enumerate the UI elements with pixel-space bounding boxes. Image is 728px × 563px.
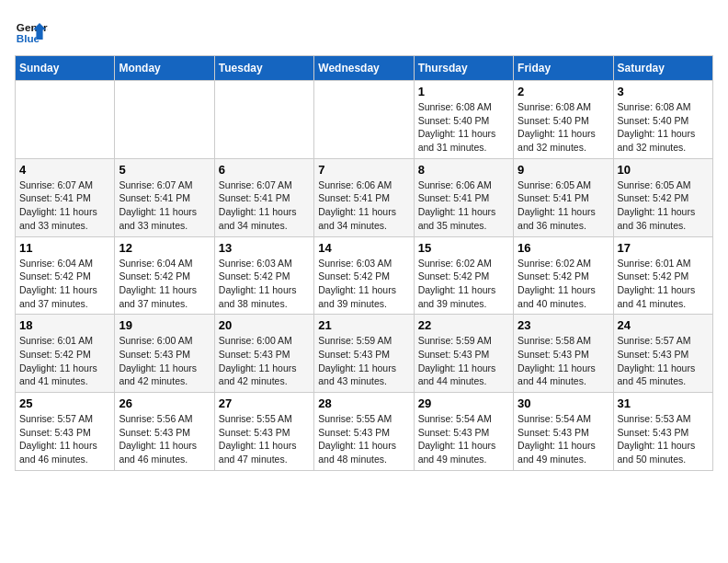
- calendar-cell: 12Sunrise: 6:04 AM Sunset: 5:42 PM Dayli…: [115, 236, 214, 315]
- calendar-cell: 10Sunrise: 6:05 AM Sunset: 5:42 PM Dayli…: [613, 158, 712, 236]
- day-number: 31: [618, 396, 709, 410]
- day-number: 15: [418, 241, 509, 255]
- logo-icon: General Blue: [15, 15, 48, 48]
- day-info: Sunrise: 6:08 AM Sunset: 5:40 PM Dayligh…: [418, 100, 509, 155]
- day-number: 8: [418, 163, 509, 177]
- day-info: Sunrise: 6:03 AM Sunset: 5:42 PM Dayligh…: [318, 257, 409, 311]
- day-number: 30: [518, 396, 609, 410]
- day-info: Sunrise: 5:57 AM Sunset: 5:43 PM Dayligh…: [618, 334, 709, 388]
- calendar-cell: [214, 81, 313, 159]
- calendar-cell: 31Sunrise: 5:53 AM Sunset: 5:43 PM Dayli…: [613, 393, 712, 471]
- calendar-cell: 29Sunrise: 5:54 AM Sunset: 5:43 PM Dayli…: [414, 393, 513, 471]
- day-number: 6: [219, 163, 310, 177]
- day-number: 10: [618, 163, 709, 177]
- calendar-cell: 2Sunrise: 6:08 AM Sunset: 5:40 PM Daylig…: [514, 81, 613, 159]
- calendar-table: SundayMondayTuesdayWednesdayThursdayFrid…: [15, 55, 713, 471]
- day-number: 3: [618, 85, 709, 98]
- calendar-cell: 9Sunrise: 6:05 AM Sunset: 5:41 PM Daylig…: [514, 158, 613, 236]
- day-number: 11: [19, 241, 110, 255]
- day-number: 24: [618, 318, 709, 332]
- day-info: Sunrise: 5:56 AM Sunset: 5:43 PM Dayligh…: [119, 412, 210, 466]
- day-number: 7: [318, 163, 409, 177]
- day-info: Sunrise: 6:06 AM Sunset: 5:41 PM Dayligh…: [318, 178, 409, 233]
- calendar-cell: [115, 81, 214, 159]
- day-info: Sunrise: 6:07 AM Sunset: 5:41 PM Dayligh…: [119, 178, 210, 233]
- day-of-week-header: Monday: [115, 56, 214, 81]
- day-info: Sunrise: 6:04 AM Sunset: 5:42 PM Dayligh…: [119, 257, 210, 311]
- day-info: Sunrise: 6:07 AM Sunset: 5:41 PM Dayligh…: [19, 178, 110, 233]
- day-number: 16: [518, 241, 609, 255]
- calendar-cell: 23Sunrise: 5:58 AM Sunset: 5:43 PM Dayli…: [514, 315, 613, 393]
- day-number: 14: [318, 241, 409, 255]
- calendar-cell: 24Sunrise: 5:57 AM Sunset: 5:43 PM Dayli…: [613, 315, 712, 393]
- day-info: Sunrise: 6:07 AM Sunset: 5:41 PM Dayligh…: [219, 178, 310, 233]
- calendar-cell: 17Sunrise: 6:01 AM Sunset: 5:42 PM Dayli…: [613, 236, 712, 315]
- day-number: 17: [618, 241, 709, 255]
- day-number: 4: [19, 163, 110, 177]
- calendar-cell: 13Sunrise: 6:03 AM Sunset: 5:42 PM Dayli…: [214, 236, 313, 315]
- calendar-cell: 14Sunrise: 6:03 AM Sunset: 5:42 PM Dayli…: [314, 236, 414, 315]
- day-of-week-header: Friday: [514, 56, 613, 81]
- day-info: Sunrise: 6:03 AM Sunset: 5:42 PM Dayligh…: [219, 257, 310, 311]
- day-number: 20: [219, 318, 310, 332]
- day-info: Sunrise: 6:01 AM Sunset: 5:42 PM Dayligh…: [618, 257, 709, 311]
- day-number: 9: [518, 163, 609, 177]
- calendar-cell: 21Sunrise: 5:59 AM Sunset: 5:43 PM Dayli…: [314, 315, 414, 393]
- calendar-cell: 20Sunrise: 6:00 AM Sunset: 5:43 PM Dayli…: [214, 315, 313, 393]
- day-number: 12: [119, 241, 210, 255]
- day-of-week-header: Sunday: [16, 56, 115, 81]
- day-number: 27: [219, 396, 310, 410]
- day-info: Sunrise: 6:05 AM Sunset: 5:42 PM Dayligh…: [618, 178, 709, 233]
- calendar-cell: 4Sunrise: 6:07 AM Sunset: 5:41 PM Daylig…: [16, 158, 115, 236]
- calendar-cell: 26Sunrise: 5:56 AM Sunset: 5:43 PM Dayli…: [115, 393, 214, 471]
- calendar-week-row: 18Sunrise: 6:01 AM Sunset: 5:42 PM Dayli…: [16, 315, 713, 393]
- day-info: Sunrise: 5:55 AM Sunset: 5:43 PM Dayligh…: [219, 412, 310, 466]
- calendar-cell: 11Sunrise: 6:04 AM Sunset: 5:42 PM Dayli…: [16, 236, 115, 315]
- day-info: Sunrise: 6:01 AM Sunset: 5:42 PM Dayligh…: [19, 334, 110, 388]
- day-number: 22: [418, 318, 509, 332]
- calendar-cell: 6Sunrise: 6:07 AM Sunset: 5:41 PM Daylig…: [214, 158, 313, 236]
- day-of-week-header: Saturday: [613, 56, 712, 81]
- day-info: Sunrise: 6:04 AM Sunset: 5:42 PM Dayligh…: [19, 257, 110, 311]
- day-info: Sunrise: 6:06 AM Sunset: 5:41 PM Dayligh…: [418, 178, 509, 233]
- day-number: 26: [119, 396, 210, 410]
- day-number: 13: [219, 241, 310, 255]
- day-info: Sunrise: 5:58 AM Sunset: 5:43 PM Dayligh…: [518, 334, 609, 388]
- day-number: 19: [119, 318, 210, 332]
- day-info: Sunrise: 6:00 AM Sunset: 5:43 PM Dayligh…: [219, 334, 310, 388]
- day-info: Sunrise: 5:54 AM Sunset: 5:43 PM Dayligh…: [418, 412, 509, 466]
- day-of-week-header: Wednesday: [314, 56, 414, 81]
- calendar-cell: 1Sunrise: 6:08 AM Sunset: 5:40 PM Daylig…: [414, 81, 513, 159]
- calendar-cell: 25Sunrise: 5:57 AM Sunset: 5:43 PM Dayli…: [16, 393, 115, 471]
- calendar-cell: 19Sunrise: 6:00 AM Sunset: 5:43 PM Dayli…: [115, 315, 214, 393]
- calendar-cell: 5Sunrise: 6:07 AM Sunset: 5:41 PM Daylig…: [115, 158, 214, 236]
- calendar-cell: 30Sunrise: 5:54 AM Sunset: 5:43 PM Dayli…: [514, 393, 613, 471]
- day-of-week-header: Tuesday: [214, 56, 313, 81]
- day-info: Sunrise: 5:59 AM Sunset: 5:43 PM Dayligh…: [418, 334, 509, 388]
- calendar-cell: 8Sunrise: 6:06 AM Sunset: 5:41 PM Daylig…: [414, 158, 513, 236]
- calendar-week-row: 11Sunrise: 6:04 AM Sunset: 5:42 PM Dayli…: [16, 236, 713, 315]
- calendar-week-row: 1Sunrise: 6:08 AM Sunset: 5:40 PM Daylig…: [16, 81, 713, 159]
- day-info: Sunrise: 6:02 AM Sunset: 5:42 PM Dayligh…: [518, 257, 609, 311]
- calendar-cell: 18Sunrise: 6:01 AM Sunset: 5:42 PM Dayli…: [16, 315, 115, 393]
- calendar-cell: 28Sunrise: 5:55 AM Sunset: 5:43 PM Dayli…: [314, 393, 414, 471]
- calendar-cell: 3Sunrise: 6:08 AM Sunset: 5:40 PM Daylig…: [613, 81, 712, 159]
- calendar-cell: 7Sunrise: 6:06 AM Sunset: 5:41 PM Daylig…: [314, 158, 414, 236]
- day-number: 21: [318, 318, 409, 332]
- day-info: Sunrise: 5:55 AM Sunset: 5:43 PM Dayligh…: [318, 412, 409, 466]
- day-number: 28: [318, 396, 409, 410]
- calendar-week-row: 4Sunrise: 6:07 AM Sunset: 5:41 PM Daylig…: [16, 158, 713, 236]
- day-number: 5: [119, 163, 210, 177]
- calendar-cell: 27Sunrise: 5:55 AM Sunset: 5:43 PM Dayli…: [214, 393, 313, 471]
- day-number: 18: [19, 318, 110, 332]
- calendar-header: SundayMondayTuesdayWednesdayThursdayFrid…: [16, 56, 713, 81]
- day-number: 29: [418, 396, 509, 410]
- calendar-cell: 15Sunrise: 6:02 AM Sunset: 5:42 PM Dayli…: [414, 236, 513, 315]
- page-header: General Blue: [15, 15, 713, 48]
- calendar-cell: 16Sunrise: 6:02 AM Sunset: 5:42 PM Dayli…: [514, 236, 613, 315]
- day-info: Sunrise: 5:57 AM Sunset: 5:43 PM Dayligh…: [19, 412, 110, 466]
- day-info: Sunrise: 6:08 AM Sunset: 5:40 PM Dayligh…: [518, 100, 609, 155]
- day-info: Sunrise: 5:54 AM Sunset: 5:43 PM Dayligh…: [518, 412, 609, 466]
- day-info: Sunrise: 6:05 AM Sunset: 5:41 PM Dayligh…: [518, 178, 609, 233]
- day-info: Sunrise: 6:02 AM Sunset: 5:42 PM Dayligh…: [418, 257, 509, 311]
